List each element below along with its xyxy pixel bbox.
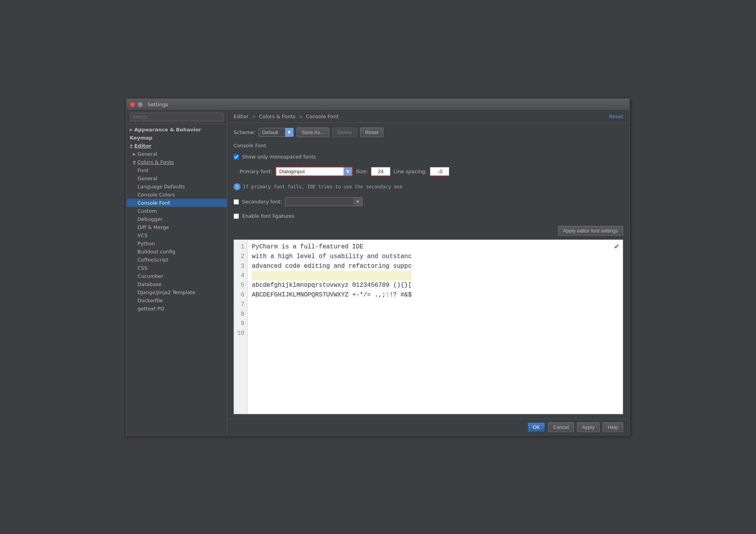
- preview-area: ✔ 1 2 3 4 5 6 7 8 9 10: [234, 239, 623, 414]
- sidebar-item-coffeescript[interactable]: CoffeeScript: [127, 256, 227, 264]
- code-line-7: [252, 300, 412, 310]
- sidebar-item-css[interactable]: CSS: [127, 264, 227, 272]
- reset-link[interactable]: Reset: [609, 114, 623, 119]
- scheme-reset-button[interactable]: Reset: [360, 127, 383, 137]
- check-mark-icon: ✔: [614, 242, 620, 250]
- code-line-5: abcdefghijklmnopqrstuvwxyz 0123456789 ()…: [252, 281, 412, 290]
- line-numbers: 1 2 3 4 5 6 7 8 9 10: [234, 240, 248, 414]
- sidebar-item-dockerfile[interactable]: Dockerfile: [127, 296, 227, 305]
- code-line-6: ABCDEFGHIJKLMNOPQRSTUVWXYZ +-*/= .,;:!? …: [252, 290, 412, 300]
- sidebar-item-colors-fonts[interactable]: ▼ Colors & Fonts: [127, 158, 227, 166]
- code-line-1: PyCharm is a full-featured IDE: [252, 242, 412, 252]
- sidebar-item-custom[interactable]: Custom: [127, 207, 227, 215]
- search-box: [127, 110, 227, 124]
- tree-area: ▶ Appearance & Behavior Keymap ▼ Editor …: [127, 124, 227, 435]
- info-message: If primary font fails, IDE tries to use …: [243, 184, 402, 189]
- ok-button[interactable]: OK: [527, 422, 545, 432]
- sidebar-item-debugger[interactable]: Debugger: [127, 215, 227, 223]
- sidebar-item-python[interactable]: Python: [127, 239, 227, 248]
- code-line-4: [252, 271, 412, 281]
- show-monospaced-label[interactable]: Show only monospaced fonts: [242, 154, 316, 160]
- sidebar-item-console-font[interactable]: Console Font: [127, 199, 227, 207]
- sidebar-item-buildout[interactable]: Buildout config: [127, 248, 227, 256]
- secondary-font-arrow-icon[interactable]: ▼: [353, 197, 363, 206]
- save-as-button[interactable]: Save As...: [297, 127, 330, 137]
- apply-button[interactable]: Apply: [577, 422, 600, 432]
- sidebar-item-language-defaults[interactable]: Language Defaults: [127, 183, 227, 191]
- sidebar-item-database[interactable]: Database: [127, 280, 227, 288]
- breadcrumb-bar: Editor > Colors & Fonts > Console Font R…: [227, 110, 629, 123]
- size-label: Size:: [356, 169, 368, 174]
- titlebar-title: Settings: [148, 102, 168, 107]
- section-title: Console Font: [234, 143, 623, 148]
- sidebar-item-editor[interactable]: ▼ Editor: [127, 142, 227, 150]
- primary-font-wrapper: ▼: [275, 167, 353, 176]
- info-icon: !: [234, 183, 241, 190]
- arrow-icon: ▼: [133, 160, 136, 164]
- help-button[interactable]: Help: [603, 422, 623, 432]
- main-content: ▶ Appearance & Behavior Keymap ▼ Editor …: [127, 110, 629, 435]
- scheme-row: Scheme: Default Darcula Monokai ▼ Save A…: [234, 127, 623, 137]
- footer: OK Cancel Apply Help: [227, 419, 629, 435]
- settings-dialog: Settings ▶ Appearance & Behavior Keymap …: [126, 98, 630, 436]
- sidebar-item-cucumber[interactable]: Cucumber: [127, 272, 227, 280]
- sidebar-item-keymap[interactable]: Keymap: [127, 134, 227, 142]
- code-preview: PyCharm is a full-featured IDE with a hi…: [248, 240, 416, 414]
- arrow-icon: ▼: [130, 144, 133, 148]
- sidebar: ▶ Appearance & Behavior Keymap ▼ Editor …: [127, 110, 227, 435]
- secondary-font-checkbox[interactable]: [234, 199, 239, 205]
- titlebar: Settings: [127, 99, 629, 110]
- size-input[interactable]: [371, 167, 390, 176]
- sidebar-item-vcs[interactable]: VCS: [127, 231, 227, 239]
- ligatures-checkbox[interactable]: [234, 214, 239, 219]
- scheme-label: Scheme:: [234, 129, 256, 135]
- code-line-2: with a high level of usability and outst…: [252, 252, 412, 262]
- line-spacing-label: Line spacing:: [393, 169, 427, 174]
- sidebar-item-font[interactable]: Font: [127, 166, 227, 174]
- secondary-font-row: Secondary font: ▼: [234, 197, 623, 206]
- show-monospaced-row: Show only monospaced fonts: [234, 154, 623, 160]
- right-panel: Editor > Colors & Fonts > Console Font R…: [227, 110, 629, 435]
- apply-editor-font-row: Apply editor font settings: [234, 226, 623, 236]
- arrow-icon: ▶: [130, 127, 133, 132]
- sidebar-item-general2[interactable]: General: [127, 174, 227, 183]
- ligatures-label[interactable]: Enable font ligatures: [242, 213, 294, 219]
- show-monospaced-checkbox[interactable]: [234, 154, 239, 160]
- primary-font-label: Primary font:: [234, 169, 272, 174]
- primary-font-row: Primary font: ▼ Size: Line spacing:: [234, 167, 623, 176]
- apply-editor-font-button[interactable]: Apply editor font settings: [558, 226, 623, 236]
- sidebar-item-general[interactable]: ▶ General: [127, 150, 227, 158]
- secondary-font-wrapper: ▼: [285, 197, 363, 206]
- line-spacing-input[interactable]: [430, 167, 449, 176]
- sidebar-item-appearance[interactable]: ▶ Appearance & Behavior: [127, 126, 227, 134]
- primary-font-dropdown-arrow-icon[interactable]: ▼: [344, 167, 353, 176]
- sidebar-item-console-colors[interactable]: Console Colors: [127, 191, 227, 199]
- delete-button[interactable]: Delete: [332, 127, 357, 137]
- info-row: ! If primary font fails, IDE tries to us…: [234, 183, 623, 190]
- close-button[interactable]: [130, 102, 135, 107]
- sidebar-item-gettext[interactable]: gettext PO: [127, 305, 227, 313]
- sidebar-item-diff-merge[interactable]: Diff & Merge: [127, 223, 227, 231]
- preview-content: 1 2 3 4 5 6 7 8 9 10 PyCharm is a: [234, 240, 623, 414]
- sidebar-item-django[interactable]: Django/Jinja2 Template: [127, 288, 227, 296]
- secondary-font-input[interactable]: [285, 197, 363, 206]
- code-line-8: [252, 310, 412, 319]
- search-input[interactable]: [130, 113, 224, 121]
- breadcrumb: Editor > Colors & Fonts > Console Font: [234, 114, 338, 119]
- ligatures-row: Enable font ligatures: [234, 213, 623, 219]
- secondary-font-label[interactable]: Secondary font:: [242, 199, 282, 205]
- primary-font-input[interactable]: [275, 167, 353, 176]
- arrow-icon: ▶: [133, 152, 136, 156]
- scheme-select[interactable]: Default Darcula Monokai: [259, 128, 294, 137]
- code-line-9: [252, 319, 412, 329]
- code-line-10: [252, 329, 412, 338]
- code-line-3: advanced code editing and refactoring su…: [252, 262, 412, 271]
- content-area: Scheme: Default Darcula Monokai ▼ Save A…: [227, 123, 629, 419]
- cancel-button[interactable]: Cancel: [548, 422, 574, 432]
- minimize-button[interactable]: [137, 102, 143, 107]
- scheme-select-wrapper: Default Darcula Monokai ▼: [259, 128, 294, 137]
